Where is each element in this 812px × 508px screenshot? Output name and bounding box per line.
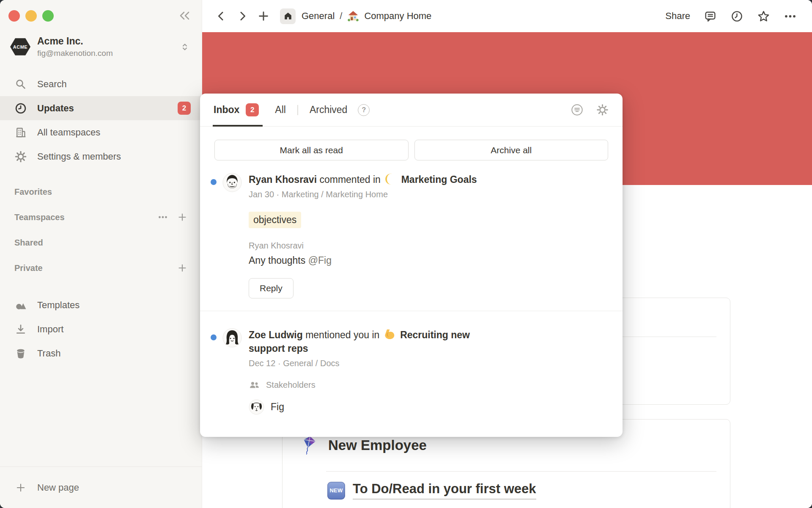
avatar [222,173,242,192]
sidebar-item-templates[interactable]: Templates [0,294,202,317]
breadcrumb-page[interactable]: Company Home [364,11,431,22]
active-tab-indicator [213,125,263,127]
gear-icon [14,150,27,163]
share-button[interactable]: Share [665,11,690,22]
templates-shapes-icon [14,299,27,312]
workspace-name: Acme Inc. [37,36,180,47]
page-title: New Employee [328,437,427,453]
sidebar-section-private[interactable]: Private [0,257,202,279]
crescent-moon-emoji [385,173,397,185]
tab-divider [297,105,298,115]
forward-icon[interactable] [236,10,249,22]
comment-bubble-icon[interactable] [704,10,717,23]
target-page-link[interactable]: Marketing Goals [401,174,477,185]
sidebar-nav: Search Updates 2 [0,72,202,168]
add-page-icon[interactable] [257,10,270,22]
mark-all-read-button[interactable]: Mark all as read [214,140,409,160]
comment-text: Any thoughts @Fig [249,255,608,266]
trash-icon [14,347,27,360]
notification-item[interactable]: Ryan Khosravi commented in Marketing Goa… [200,160,623,298]
sidebar-section-teamspaces[interactable]: Teamspaces [0,206,202,229]
teamspaces-add-icon[interactable] [177,212,187,222]
sidebar-item-settings[interactable]: Settings & members [0,144,202,168]
card-divider [326,471,716,472]
shared-group-row: Stakeholders [249,379,608,391]
home-icon[interactable] [280,8,296,24]
gear-icon[interactable] [596,103,609,116]
sidebar-item-label: Import [37,324,63,335]
plus-icon [15,482,26,493]
sidebar-item-updates[interactable]: Updates 2 [0,96,202,120]
collapse-sidebar-icon[interactable] [178,9,192,22]
workspace-logo: ACME [10,38,30,56]
history-clock-icon[interactable] [730,10,743,23]
inbox-header: Inbox 2 All Archived ? [200,94,623,127]
updates-clock-icon [14,102,27,115]
sidebar-section-shared[interactable]: Shared [0,231,202,254]
star-icon[interactable] [757,10,770,23]
comment-body: Any thoughts [249,255,305,266]
shared-group-label: Stakeholders [266,380,315,390]
sidebar-item-label: Updates [37,103,74,114]
breadcrumb-separator: / [340,11,342,22]
notification-title: Zoe Ludwig mentioned you in Recruiting n… [249,328,502,355]
sidebar-sections: Favorites Teamspaces [0,180,202,282]
subpage-link-text[interactable]: To Do/Read in your first week [353,481,536,500]
tab-all[interactable]: All [275,104,286,116]
notion-app-window: ACME Acme Inc. fig@makenotion.com Search [0,0,812,508]
zoom-window-button[interactable] [42,10,54,22]
flexed-biceps-emoji [384,329,396,340]
filter-circle-icon[interactable] [571,103,584,116]
notification-meta: Jan 30 · Marketing / Marketing Home [249,190,608,199]
sidebar-section-favorites[interactable]: Favorites [0,180,202,203]
sidebar-item-import[interactable]: Import [0,318,202,341]
minimize-window-button[interactable] [25,10,37,22]
sidebar-item-trash[interactable]: Trash [0,342,202,365]
topbar: General / Company Home Share [202,0,812,32]
breadcrumb-team[interactable]: General [302,11,335,22]
unread-dot [211,334,217,340]
close-window-button[interactable] [8,10,20,22]
tab-inbox[interactable]: Inbox 2 [214,103,259,116]
highlighted-excerpt: objectives [249,212,301,228]
help-icon[interactable]: ? [358,104,370,116]
action-text: commented in [319,174,380,185]
mentioned-person-name: Fig [271,401,284,413]
workspace-expand-icon[interactable] [180,42,190,52]
archive-all-button[interactable]: Archive all [414,140,609,160]
actor-name: Ryan Khosravi [249,174,317,185]
sidebar-item-all-teamspaces[interactable]: All teamspaces [0,120,202,144]
more-ellipsis-icon[interactable] [784,10,797,23]
comment-author: Ryan Khosravi [249,241,608,251]
subpage-link[interactable]: NEW To Do/Read in your first week [327,481,536,500]
teamspaces-more-icon[interactable] [158,212,168,222]
workspace-switcher[interactable]: ACME Acme Inc. fig@makenotion.com [10,36,196,58]
back-icon[interactable] [215,10,228,22]
sidebar-tools: Templates Import Trash [0,294,202,366]
reply-button[interactable]: Reply [249,278,294,298]
action-text: mentioned you in [305,329,379,340]
avatar [222,328,242,348]
sidebar-item-label: Settings & members [37,151,121,162]
import-download-icon [14,323,27,336]
inbox-count-badge: 2 [246,103,259,116]
sidebar-item-label: Search [37,79,67,90]
sidebar-item-label: Templates [37,300,80,311]
tab-inbox-label: Inbox [214,104,239,116]
notification-title: Ryan Khosravi commented in Marketing Goa… [249,173,502,186]
people-icon [249,379,260,391]
tab-archived[interactable]: Archived [310,104,347,116]
sidebar: ACME Acme Inc. fig@makenotion.com Search [0,0,202,508]
private-add-icon[interactable] [177,263,187,273]
sidebar-item-search[interactable]: Search [0,72,202,96]
notification-item[interactable]: Zoe Ludwig mentioned you in Recruiting n… [200,311,623,415]
mention-chip[interactable]: @Fig [308,255,332,266]
new-button-emoji: NEW [327,482,345,500]
new-page-button[interactable]: New page [0,467,202,508]
section-label: Private [14,263,43,273]
sidebar-item-label: All teamspaces [37,127,100,138]
section-label: Teamspaces [14,213,65,222]
inbox-actions: Mark all as read Archive all [200,127,623,160]
new-page-label: New page [37,482,79,493]
updates-count-badge: 2 [178,102,191,115]
